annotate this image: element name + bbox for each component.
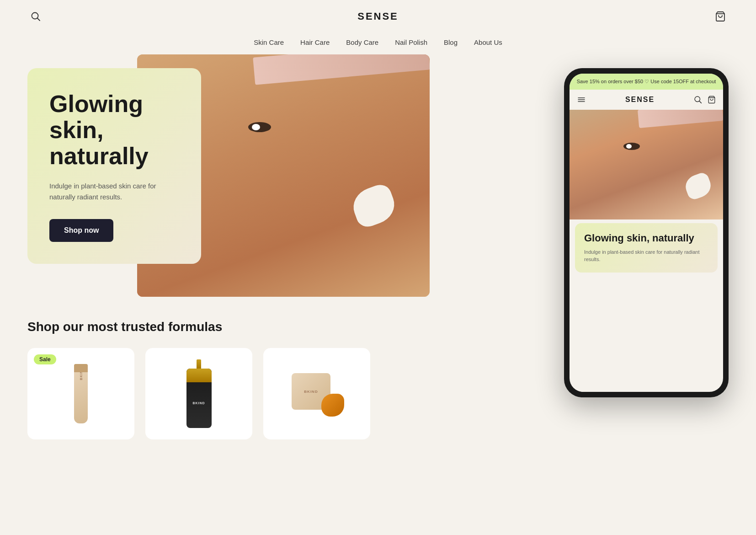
cart-icon [715, 11, 726, 22]
products-grid: Sale BKIND BKIND [27, 348, 370, 439]
site-logo: SENSE [357, 11, 399, 22]
phone-cart-icon [708, 96, 716, 104]
sale-badge: Sale [34, 354, 56, 364]
phone-hero-title: Glowing skin, naturally [584, 232, 708, 244]
hero-section: Glowing skin, naturally Indulge in plant… [0, 54, 756, 310]
phone-hero-desc: Indulge in plant-based skin care for nat… [584, 248, 708, 263]
cart-button[interactable] [712, 8, 729, 25]
phone-logo: SENSE [625, 96, 655, 104]
phone-header: SENSE [570, 90, 723, 110]
phone-header-icons [694, 96, 716, 104]
phone-promo-banner: Save 15% on orders over $50 ♡ Use code 1… [570, 74, 723, 90]
nav-item-nail-polish[interactable]: Nail Polish [395, 38, 427, 46]
product-card-1[interactable]: Sale BKIND [27, 348, 134, 439]
header-left [27, 8, 44, 25]
product-card-2[interactable]: BKIND [145, 348, 252, 439]
hero-description: Indulge in plant-based skin care for nat… [49, 181, 179, 203]
svg-line-1 [37, 18, 40, 21]
phone-cart-button[interactable] [708, 96, 716, 104]
phone-screen: Save 15% on orders over $50 ♡ Use code 1… [570, 74, 723, 392]
phone-menu-icon[interactable] [577, 95, 586, 104]
product-image-3: BKIND [289, 371, 344, 417]
product-card-3[interactable]: BKIND [263, 348, 370, 439]
phone-search-button[interactable] [694, 96, 702, 104]
shop-now-button[interactable]: Shop now [49, 219, 113, 242]
nav-item-body-care[interactable]: Body Care [346, 38, 378, 46]
header-right [712, 8, 729, 25]
search-icon [31, 11, 41, 21]
nav-item-hair-care[interactable]: Hair Care [300, 38, 330, 46]
hero-card: Glowing skin, naturally Indulge in plant… [27, 68, 201, 264]
phone-search-icon [694, 96, 702, 104]
header: SENSE [0, 0, 756, 33]
hero-title: Glowing skin, naturally [49, 91, 179, 170]
phone-eye-area [623, 143, 642, 153]
product-image-2: BKIND [186, 359, 212, 428]
product-image-1: BKIND [74, 364, 88, 423]
nav-item-about-us[interactable]: About Us [474, 38, 502, 46]
nav-item-blog[interactable]: Blog [444, 38, 458, 46]
phone-hero-image [570, 110, 723, 219]
main-nav: Skin Care Hair Care Body Care Nail Polis… [0, 33, 756, 54]
nav-item-skin-care[interactable]: Skin Care [254, 38, 284, 46]
search-button[interactable] [27, 8, 44, 25]
eye-area [248, 122, 273, 136]
phone-hero-card: Glowing skin, naturally Indulge in plant… [575, 223, 718, 272]
phone-mockup: Save 15% on orders over $50 ♡ Use code 1… [564, 68, 729, 397]
svg-line-7 [699, 101, 702, 103]
